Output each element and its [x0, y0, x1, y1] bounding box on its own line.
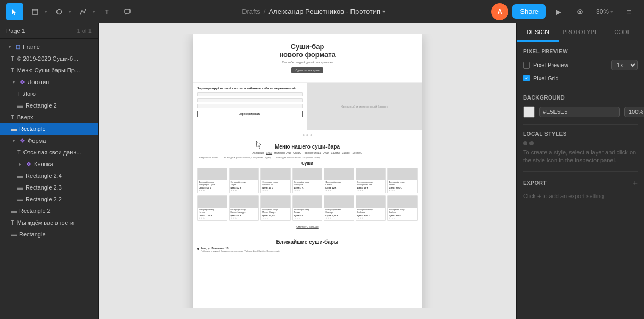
preview-card-6[interactable]: Фотографія товар Фотография Пла... Цена:…	[356, 168, 386, 193]
layer-rect24[interactable]: ▬ Rectangle 2.4	[0, 170, 98, 182]
card-img-label: Фотографія товар	[199, 209, 226, 211]
layer-rect2-label: Rectangle 2	[26, 102, 57, 109]
frame-preview[interactable]: Суши-бар нового формата Сам себе самурай…	[193, 34, 422, 308]
background-opacity-input[interactable]	[624, 107, 644, 117]
rect-icon: ▬	[17, 196, 23, 202]
breadcrumb-current[interactable]: Александр Решетников - Прототип ▾	[268, 7, 385, 15]
preview-card-3[interactable]: Фотографія товар Ираниши То... Цена: 10 …	[260, 168, 291, 193]
canvas-area[interactable]: Суши-бар нового формата Сам себе самурай…	[99, 23, 516, 319]
preview-card-11[interactable]: Фотографія товар Ролики Цена: 9 € ★★★	[292, 195, 323, 221]
preview-input-2[interactable]	[197, 98, 303, 102]
preview-nav-sushi2[interactable]: Суши	[323, 152, 329, 154]
comment-tool-button[interactable]	[119, 3, 136, 20]
preview-reserve-button[interactable]: Зарезервировать	[197, 111, 303, 117]
canvas-scroll[interactable]: Суши-бар нового формата Сам себе самурай…	[109, 34, 506, 308]
layer-logo[interactable]: T Лого	[0, 88, 98, 100]
preview-filters: Вид роллов: Роллы Что входит в роллы: Ло…	[197, 156, 418, 159]
layer-rect2b[interactable]: ▬ Rectangle 2	[0, 205, 98, 217]
layer-logotype[interactable]: ▾ ❖ Логотип	[0, 76, 98, 88]
text-icon: T	[11, 55, 14, 62]
pixel-grid-checkbox[interactable]: ✓	[523, 75, 530, 81]
frame-tool-button[interactable]	[27, 3, 44, 20]
preview-nav-cold[interactable]: Холодные	[252, 152, 264, 154]
preview-nav-hot[interactable]: Горячие блюда	[304, 152, 321, 154]
layer-text1[interactable]: T © 2019-2020 Суши-бар В...	[0, 53, 98, 64]
layer-button[interactable]: ▸ ❖ Кнопка	[0, 158, 98, 170]
preview-menu-section: Меню нашего суши-бара Холодные Суши Найб…	[193, 140, 422, 235]
background-color-input[interactable]	[539, 107, 620, 117]
card-img-label: Фотографія товар	[325, 209, 353, 211]
preview-cta-button[interactable]: Сделать свои суши	[291, 67, 324, 73]
card-stars: ★★★	[262, 217, 289, 219]
preview-card-12[interactable]: Фотографія товар Саинара Цена: 9,00 € ★★…	[324, 195, 354, 221]
preview-nav-salads[interactable]: Салаты	[293, 152, 301, 154]
layer-rect23[interactable]: ▬ Rectangle 2.3	[0, 182, 98, 193]
preview-nav-sushi[interactable]: Суши	[266, 152, 272, 154]
play-button[interactable]: ▶	[550, 3, 567, 20]
layer-rect-bottom[interactable]: ▬ Rectangle	[0, 228, 98, 240]
tab-design[interactable]: DESIGN	[517, 23, 559, 42]
layer-rect22[interactable]: ▬ Rectangle 2.2	[0, 193, 98, 205]
preview-load-more[interactable]: Смотреть больше	[197, 223, 418, 231]
rect-icon: ▬	[11, 126, 17, 132]
layer-forma[interactable]: ▾ ❖ Форма	[0, 135, 98, 146]
card-body: Фотографія товар Сайора Цена: 9,00 € ★★★	[388, 208, 417, 220]
layer-up[interactable]: T Вверх	[0, 111, 98, 123]
card-body: Фотографія товар Салмон Цена: 12 € ★★★	[324, 180, 354, 193]
preview-nav-near[interactable]: Найближі Суші	[274, 152, 291, 154]
share-button[interactable]: Share	[512, 4, 546, 19]
layer-logotype-label: Логотип	[28, 79, 49, 85]
preview-card-13[interactable]: Фотографія товар Сайнара Цена: 9,00 € ★★…	[356, 195, 386, 221]
ellipse-tool-button[interactable]	[51, 3, 68, 20]
preview-card-1[interactable]: Фотографія товар Фотография Суши Цена: 9…	[197, 168, 227, 193]
preview-nav-desserts[interactable]: Десерты	[353, 152, 362, 154]
layer-frame[interactable]: ▾ ⊞ Frame	[0, 41, 98, 53]
shape-tool-chevron: ▾	[69, 9, 71, 14]
pixel-grid-checkbox-label[interactable]: ✓ Pixel Grid	[523, 75, 559, 81]
export-add-button[interactable]: +	[633, 178, 638, 188]
divider-2	[523, 124, 638, 125]
pen-tool-button[interactable]	[75, 3, 92, 20]
preview-input-3[interactable]	[197, 104, 303, 108]
preview-card-4[interactable]: Фотографія товар Сам суши Цена: 7 € ★★★	[292, 168, 323, 193]
preview-nav-snacks[interactable]: Закуски	[342, 152, 350, 154]
layer-rectangle[interactable]: ▬ Rectangle	[0, 123, 98, 135]
preview-card-14[interactable]: Фотографія товар Сайора Цена: 9,00 € ★★★	[387, 195, 418, 221]
layer-text2[interactable]: T Меню Суши-бары Прей...	[0, 64, 98, 76]
preview-button[interactable]	[572, 3, 589, 20]
card-body: Фотографія товар Нагато Накимур... Цена:…	[230, 208, 259, 220]
zoom-select[interactable]: 1x 2x	[611, 60, 638, 70]
user-avatar-button[interactable]: A	[491, 3, 508, 20]
more-options-button[interactable]: ≡	[621, 3, 638, 20]
preview-card-7[interactable]: Фотографія товар Нагато Цена: 9,00 € ★★★	[387, 168, 418, 193]
preview-input-1[interactable]	[197, 92, 303, 96]
layers-list: ▾ ⊞ Frame T © 2019-2020 Суши-бар В... T …	[0, 39, 98, 319]
right-panel: DESIGN PROTOTYPE CODE PIXEL PREVIEW Pixe…	[516, 23, 644, 319]
breadcrumb-drafts[interactable]: Drafts	[242, 7, 260, 15]
preview-card-10[interactable]: Фотографія товар Мисато Нагир... Цена: 1…	[260, 195, 291, 221]
preview-card-5[interactable]: Фотографія товар Салмон Цена: 12 € ★★★	[324, 168, 354, 193]
layer-waiting[interactable]: T Мы ждём вас в гости	[0, 217, 98, 228]
local-styles-section-title: LOCAL STYLES	[523, 131, 567, 137]
card-image	[356, 168, 386, 180]
preview-banner-placeholder: Красивый и интересный баннер	[341, 105, 388, 108]
pixel-preview-checkbox[interactable]	[523, 62, 530, 69]
tab-code[interactable]: CODE	[601, 23, 644, 42]
preview-card-9[interactable]: Фотографія товар Нагато Накимур... Цена:…	[229, 195, 259, 221]
preview-card-2[interactable]: Фотографія товар Токуте Цена: 12 € ★★★	[229, 168, 259, 193]
select-tool-button[interactable]	[6, 3, 23, 20]
background-color-swatch[interactable]	[523, 106, 535, 118]
layer-send[interactable]: T Отсылая свои данн...	[0, 146, 98, 158]
text-tool-button[interactable]: T	[99, 3, 116, 20]
background-section-title: BACKGROUND	[523, 95, 638, 101]
preview-nav-salads2[interactable]: Салаты	[331, 152, 340, 154]
svg-rect-4	[125, 9, 130, 13]
preview-hero-subtitle: Сам себе самурай: делай свои суши сам	[201, 61, 413, 64]
zoom-button[interactable]: 30% ▾	[593, 6, 616, 18]
pixel-preview-checkbox-label[interactable]: Pixel Preview	[523, 62, 568, 69]
preview-card-8[interactable]: Фотографія товар Нагина Цена: 11,00 € ★★…	[197, 195, 227, 221]
card-body: Фотографія товар Сам суши Цена: 7 € ★★★	[293, 180, 322, 193]
tab-prototype[interactable]: PROTOTYPE	[559, 23, 602, 42]
filter-class: Что входит в класс: Роллы Хот ролики Тем…	[275, 156, 321, 159]
layer-rect2[interactable]: ▬ Rectangle 2	[0, 100, 98, 111]
